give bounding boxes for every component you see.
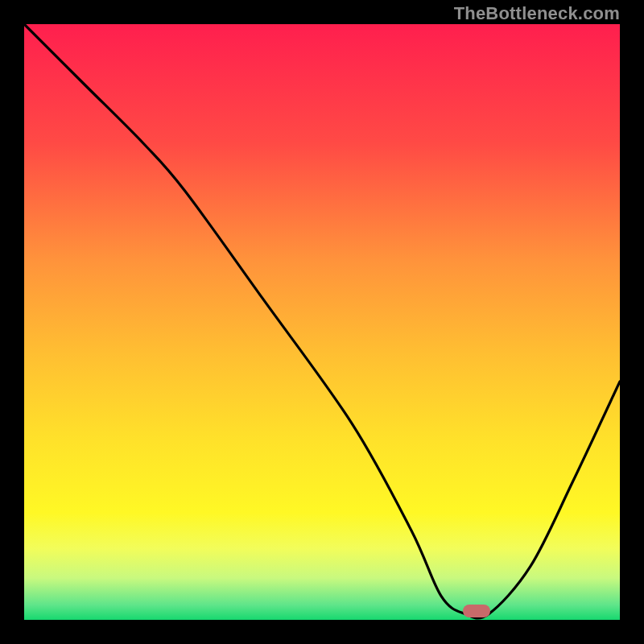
watermark-text: TheBottleneck.com (454, 3, 620, 24)
chart-frame (24, 24, 620, 620)
optimal-point-marker (463, 605, 490, 617)
bottleneck-curve (24, 24, 620, 620)
plot-area (24, 24, 620, 620)
